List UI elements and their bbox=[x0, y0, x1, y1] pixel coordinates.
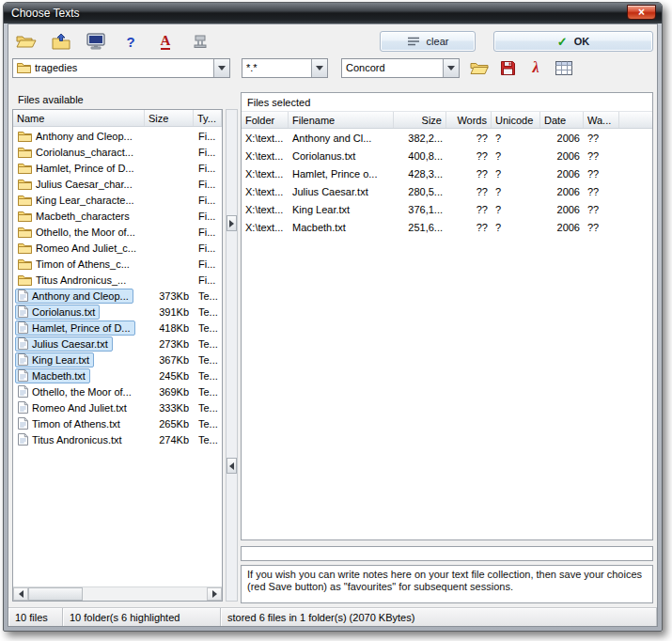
list-item[interactable]: Hamlet, Prince of D...Fi... bbox=[13, 160, 222, 176]
name-cell: Julius Caesar_char... bbox=[13, 177, 145, 192]
table-row[interactable]: X:\text...Coriolanus.txt400,8...???2006?… bbox=[242, 147, 652, 164]
open-folder-icon bbox=[16, 34, 37, 49]
list-item[interactable]: Titus Andronicus_...Fi... bbox=[13, 272, 222, 288]
list-item[interactable]: Macbeth_charactersFi... bbox=[13, 208, 222, 224]
file-size: 369Kb bbox=[145, 386, 194, 398]
column-header[interactable]: Size bbox=[394, 112, 446, 128]
list-item[interactable]: Titus Andronicus.txt274KbTe... bbox=[13, 431, 222, 447]
folder-icon bbox=[18, 179, 32, 190]
browse-button[interactable] bbox=[467, 57, 492, 78]
file-type: Te... bbox=[194, 370, 222, 382]
open-folder-button[interactable] bbox=[12, 30, 40, 53]
column-header[interactable]: Name bbox=[13, 110, 145, 126]
list-item[interactable]: Macbeth.txt245KbTe... bbox=[13, 367, 222, 383]
cell-unicode: ? bbox=[492, 168, 540, 180]
selection-box: Titus Andronicus.txt bbox=[15, 432, 127, 447]
list-item[interactable]: Othello, the Moor of...Fi... bbox=[13, 224, 222, 240]
list-item[interactable]: Anthony and Cleop...373KbTe... bbox=[13, 288, 222, 304]
file-name: Titus Andronicus_... bbox=[36, 274, 126, 286]
name-cell: King Lear.txt bbox=[13, 352, 145, 367]
status-bar: 10 files 10 folder(s 6 highlighted store… bbox=[8, 607, 657, 626]
cell-date: 2006 bbox=[540, 204, 584, 215]
file-size: 274Kb bbox=[145, 434, 194, 446]
selection-box: Titus Andronicus_... bbox=[15, 273, 131, 288]
file-icon bbox=[18, 337, 28, 350]
table-row[interactable]: X:\text...Hamlet, Prince o...428,3...???… bbox=[242, 164, 652, 182]
list-item[interactable]: Timon of Athens.txt265KbTe... bbox=[13, 415, 222, 431]
ok-button[interactable]: ✓ OK bbox=[493, 31, 653, 52]
close-button[interactable]: × bbox=[627, 5, 656, 20]
scroll-right-button[interactable] bbox=[207, 587, 222, 601]
column-header[interactable]: Filename bbox=[289, 112, 394, 128]
stats-button[interactable] bbox=[552, 57, 576, 78]
list-item[interactable]: Coriolanus_charact...Fi... bbox=[13, 144, 222, 160]
table-row[interactable]: X:\text...Julius Caesar.txt280,5...???20… bbox=[242, 182, 652, 200]
panel-splitter bbox=[226, 109, 238, 602]
help-button[interactable]: ? bbox=[117, 30, 145, 53]
file-name: King Lear.txt bbox=[32, 354, 89, 366]
scroll-right-icon bbox=[212, 590, 217, 598]
dialog-body: ? A clear ✓ OK bbox=[8, 23, 658, 627]
name-cell: Macbeth_characters bbox=[13, 209, 145, 224]
file-name: Coriolanus.txt bbox=[32, 306, 95, 318]
list-item[interactable]: King Lear.txt367KbTe... bbox=[13, 352, 222, 367]
column-header[interactable]: Date bbox=[540, 112, 584, 128]
view-button[interactable] bbox=[82, 30, 110, 53]
column-header[interactable]: Folder bbox=[242, 112, 289, 128]
name-cell: Othello, the Moor of... bbox=[13, 225, 145, 240]
horizontal-scrollbar[interactable] bbox=[13, 586, 222, 601]
list-item[interactable]: Julius Caesar.txt273KbTe... bbox=[13, 336, 222, 352]
list-item[interactable]: King Lear_characte...Fi... bbox=[13, 192, 222, 208]
titlebar[interactable]: Choose Texts bbox=[4, 3, 662, 23]
font-button[interactable]: A bbox=[151, 30, 180, 53]
file-type: Te... bbox=[194, 402, 222, 414]
pin-button[interactable] bbox=[186, 30, 214, 53]
list-item[interactable]: Hamlet, Prince of D...418KbTe... bbox=[13, 320, 222, 336]
file-type: Fi... bbox=[194, 258, 222, 270]
move-right-button[interactable] bbox=[227, 215, 237, 231]
column-header[interactable]: Words bbox=[446, 112, 492, 128]
clear-button[interactable]: clear bbox=[380, 31, 476, 52]
folder-icon bbox=[18, 195, 32, 206]
file-name: Romeo And Juliet.txt bbox=[32, 402, 127, 414]
folder-combo[interactable]: tragedies bbox=[12, 58, 230, 78]
folder-icon bbox=[18, 131, 32, 142]
list-item[interactable]: Othello, the Moor of...369KbTe... bbox=[13, 383, 222, 399]
list-item[interactable]: Romeo And Juliet.txt333KbTe... bbox=[13, 399, 222, 415]
tool-combo[interactable]: Concord bbox=[341, 58, 460, 78]
right-rows: X:\text...Anthony and Cl...382,2...???20… bbox=[242, 129, 652, 236]
list-item[interactable]: Anthony and Cleop...Fi... bbox=[13, 128, 222, 144]
column-header[interactable]: Size bbox=[145, 110, 194, 126]
scrollbar-thumb[interactable] bbox=[28, 587, 83, 601]
file-name: Titus Andronicus.txt bbox=[32, 434, 122, 446]
file-icon bbox=[18, 369, 28, 382]
cell-date: 2006 bbox=[540, 133, 584, 144]
pattern-combo-arrow[interactable] bbox=[311, 59, 327, 77]
notes-input[interactable] bbox=[241, 546, 653, 561]
list-item[interactable]: Coriolanus.txt391KbTe... bbox=[13, 304, 222, 320]
choose-texts-window: Choose Texts × ? A bbox=[3, 2, 663, 632]
move-left-button[interactable] bbox=[227, 458, 237, 474]
column-header[interactable]: Ty... bbox=[194, 110, 222, 126]
file-type: Fi... bbox=[194, 195, 222, 206]
files-available-list: NameSizeTy... Anthony and Cleop...Fi...C… bbox=[12, 109, 223, 602]
folder-combo-arrow[interactable] bbox=[213, 59, 229, 77]
column-header[interactable]: Wa... bbox=[584, 112, 619, 128]
list-item[interactable]: Julius Caesar_char...Fi... bbox=[13, 176, 222, 192]
tool-combo-arrow[interactable] bbox=[443, 59, 459, 77]
scrollbar-track[interactable] bbox=[28, 587, 207, 601]
folder-up-button[interactable] bbox=[47, 30, 75, 53]
list-item[interactable]: Romeo And Juliet_c...Fi... bbox=[13, 240, 222, 256]
table-row[interactable]: X:\text...King Lear.txt376,1...???2006?? bbox=[242, 200, 652, 218]
script-button[interactable]: λ bbox=[524, 57, 548, 78]
files-selected-title: Files selected bbox=[242, 93, 652, 111]
list-item[interactable]: Timon of Athens_c...Fi... bbox=[13, 256, 222, 272]
pattern-combo[interactable]: *.* bbox=[242, 58, 328, 78]
name-cell: King Lear_characte... bbox=[13, 193, 145, 208]
cell-words: ?? bbox=[446, 150, 492, 162]
table-row[interactable]: X:\text...Macbeth.txt251,6...???2006?? bbox=[242, 218, 652, 236]
scroll-left-button[interactable] bbox=[13, 587, 28, 601]
column-header[interactable]: Unicode bbox=[492, 112, 540, 128]
save-favourites-button[interactable] bbox=[495, 57, 520, 78]
table-row[interactable]: X:\text...Anthony and Cl...382,2...???20… bbox=[242, 129, 652, 147]
